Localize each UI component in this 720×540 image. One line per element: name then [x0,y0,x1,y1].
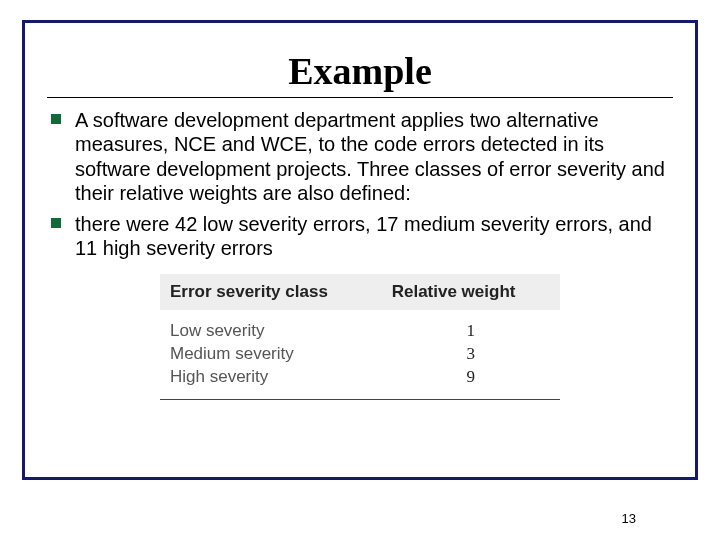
bullet-item: there were 42 low severity errors, 17 me… [49,212,669,261]
table-cell-label: High severity [170,366,392,389]
table-cell-weight: 1 [392,320,550,343]
page-number: 13 [622,511,636,526]
bullet-item: A software development department applie… [49,108,669,206]
table-header-cell: Error severity class [170,282,392,302]
table-header-row: Error severity class Relative weight [160,274,560,310]
bullet-list: A software development department applie… [49,108,673,260]
table-cell-weight: 3 [392,343,550,366]
square-bullet-icon [51,218,61,228]
weights-table: Error severity class Relative weight Low… [160,274,560,400]
bullet-text: A software development department applie… [75,109,665,204]
table-row: Low severity 1 [170,320,550,343]
table-header-cell: Relative weight [392,282,550,302]
table-cell-weight: 9 [392,366,550,389]
table-row: High severity 9 [170,366,550,389]
table-cell-label: Low severity [170,320,392,343]
table-row: Medium severity 3 [170,343,550,366]
title-block: Example [47,41,673,98]
slide-container: Example A software development departmen… [0,0,720,540]
square-bullet-icon [51,114,61,124]
table-body: Low severity 1 Medium severity 3 High se… [160,312,560,400]
slide-title: Example [47,41,673,97]
table-cell-label: Medium severity [170,343,392,366]
bullet-text: there were 42 low severity errors, 17 me… [75,213,652,259]
title-underline [47,97,673,98]
slide-frame: Example A software development departmen… [22,20,698,480]
